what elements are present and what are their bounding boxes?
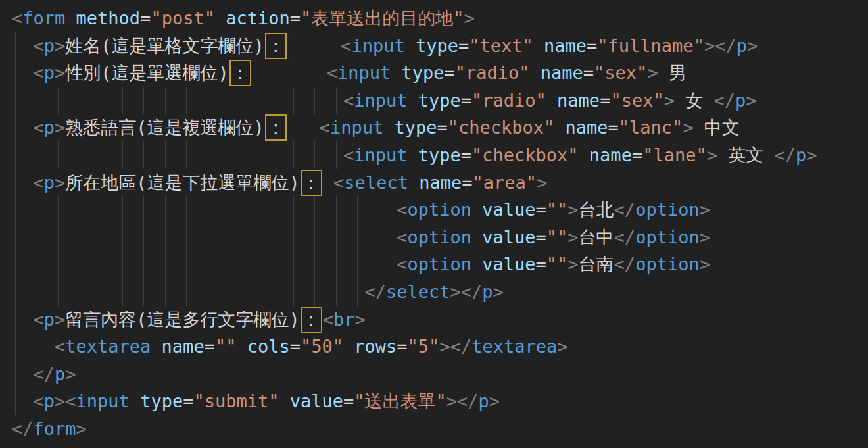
unicode-highlight-colon: ： bbox=[229, 60, 251, 86]
code-token: = bbox=[437, 117, 447, 137]
code-token bbox=[287, 36, 341, 56]
code-line[interactable]: </form> bbox=[12, 415, 868, 443]
code-token: < bbox=[343, 90, 354, 111]
code-token: < bbox=[55, 336, 65, 357]
code-token: = bbox=[461, 90, 471, 111]
indent-guide bbox=[229, 87, 229, 114]
indent-guide bbox=[229, 278, 229, 306]
code-token: > bbox=[704, 36, 715, 56]
indent-guide bbox=[357, 278, 358, 306]
code-line[interactable]: <input type="checkbox" name="lane"> 英文 <… bbox=[12, 141, 868, 169]
indent-guide bbox=[272, 224, 272, 251]
code-token: > bbox=[55, 36, 65, 56]
code-token: input bbox=[330, 117, 383, 137]
code-token: "sex" bbox=[610, 90, 663, 111]
code-token: > bbox=[567, 227, 578, 247]
code-token: < bbox=[34, 62, 44, 83]
code-line[interactable]: <p>留言內容(這是多行文字欄位)：<br> bbox=[12, 306, 868, 334]
code-token: = bbox=[458, 36, 469, 56]
code-token: > bbox=[55, 391, 65, 411]
code-line[interactable]: <p><input type="submit" value="送出表單"></p… bbox=[12, 387, 868, 415]
code-line[interactable]: <p>性別(這是單選欄位)： <input type="radio" name=… bbox=[12, 59, 868, 87]
indent-guide bbox=[165, 224, 166, 251]
code-token: = bbox=[290, 8, 301, 28]
indent-guide bbox=[229, 141, 229, 169]
code-token: < bbox=[34, 117, 44, 137]
code-token: > bbox=[55, 172, 65, 193]
indent-guide bbox=[293, 196, 294, 224]
code-line[interactable]: <option value="">台北</option> bbox=[12, 196, 868, 224]
indent-guide bbox=[314, 141, 315, 169]
code-token: input bbox=[354, 145, 407, 165]
indent-guide bbox=[314, 224, 315, 251]
code-token: 台中 bbox=[579, 227, 614, 247]
indent-guide bbox=[186, 278, 187, 306]
indent-guide bbox=[165, 196, 166, 224]
indent-guide bbox=[293, 141, 294, 169]
code-token: "" bbox=[215, 336, 237, 357]
indent-guide bbox=[357, 196, 358, 224]
code-line[interactable]: <textarea name="" cols="50" rows="5"></t… bbox=[12, 333, 868, 361]
code-line[interactable]: </p> bbox=[12, 361, 868, 388]
code-token: p bbox=[44, 117, 55, 137]
code-token: < bbox=[34, 391, 44, 411]
code-token: < bbox=[34, 36, 44, 56]
indent-guide bbox=[80, 141, 80, 169]
indent-guide bbox=[229, 196, 229, 224]
code-token: "表單送出的目的地" bbox=[301, 8, 464, 28]
code-token: 姓名(這是單格文字欄位) bbox=[65, 36, 264, 56]
code-editor[interactable]: <form method="post" action="表單送出的目的地"> <… bbox=[0, 0, 868, 448]
code-token: "送出表單" bbox=[354, 391, 446, 411]
code-line[interactable]: <option value="">台南</option> bbox=[12, 251, 868, 278]
code-token bbox=[554, 117, 565, 137]
code-line[interactable]: <p>熟悉語言(這是複選欄位)： <input type="checkbox" … bbox=[12, 114, 868, 141]
code-token: br bbox=[333, 309, 355, 330]
indent-guide bbox=[379, 196, 379, 224]
code-token: = bbox=[461, 145, 471, 165]
indent-guide bbox=[143, 278, 144, 306]
code-line[interactable]: <form method="post" action="表單送出的目的地"> bbox=[12, 5, 868, 32]
indent-guide bbox=[357, 224, 358, 251]
indent-guide bbox=[251, 141, 251, 169]
code-token: < bbox=[333, 172, 344, 193]
indent-guide bbox=[208, 196, 208, 224]
code-token: > bbox=[700, 254, 710, 274]
code-token bbox=[533, 36, 544, 56]
indent-guide bbox=[208, 251, 208, 278]
code-token: = bbox=[140, 8, 151, 28]
code-token: "fullname" bbox=[597, 36, 704, 56]
code-token: p bbox=[44, 391, 55, 411]
indent-guide bbox=[58, 278, 59, 306]
code-token: </ bbox=[34, 364, 55, 384]
code-line[interactable]: <option value="">台中</option> bbox=[12, 224, 868, 251]
indent-guide bbox=[80, 251, 80, 278]
code-line[interactable]: <input type="radio" name="sex"> 女 </p> bbox=[12, 87, 868, 114]
code-token: = bbox=[536, 254, 546, 274]
code-token bbox=[343, 336, 354, 357]
code-token: p bbox=[44, 309, 55, 330]
indent-guide bbox=[101, 196, 101, 224]
code-token: "submit" bbox=[193, 391, 279, 411]
code-token: p bbox=[44, 172, 55, 193]
indent-guide bbox=[101, 141, 101, 169]
code-line[interactable]: <p>所在地區(這是下拉選單欄位)： <select name="area"> bbox=[12, 169, 868, 197]
code-token: > bbox=[489, 391, 500, 411]
indent-guide bbox=[143, 224, 144, 251]
code-token: 女 bbox=[675, 90, 714, 111]
code-token: 中文 bbox=[694, 117, 740, 137]
code-line[interactable]: </select></p> bbox=[12, 278, 868, 306]
indent-guide bbox=[379, 224, 379, 251]
code-token: value bbox=[482, 199, 535, 220]
code-token: > bbox=[355, 309, 366, 330]
code-token bbox=[471, 254, 482, 274]
indent-guide bbox=[165, 251, 166, 278]
code-line[interactable]: <p>姓名(這是單格文字欄位)： <input type="text" name… bbox=[12, 32, 868, 60]
code-token: < bbox=[397, 254, 407, 274]
code-token: p bbox=[796, 145, 806, 165]
indent-guide bbox=[37, 224, 37, 251]
indent-guide bbox=[15, 387, 16, 415]
code-token: = bbox=[205, 336, 215, 357]
indent-guide bbox=[15, 333, 16, 361]
code-token: "lanc" bbox=[619, 117, 683, 137]
code-token: input bbox=[337, 62, 391, 83]
